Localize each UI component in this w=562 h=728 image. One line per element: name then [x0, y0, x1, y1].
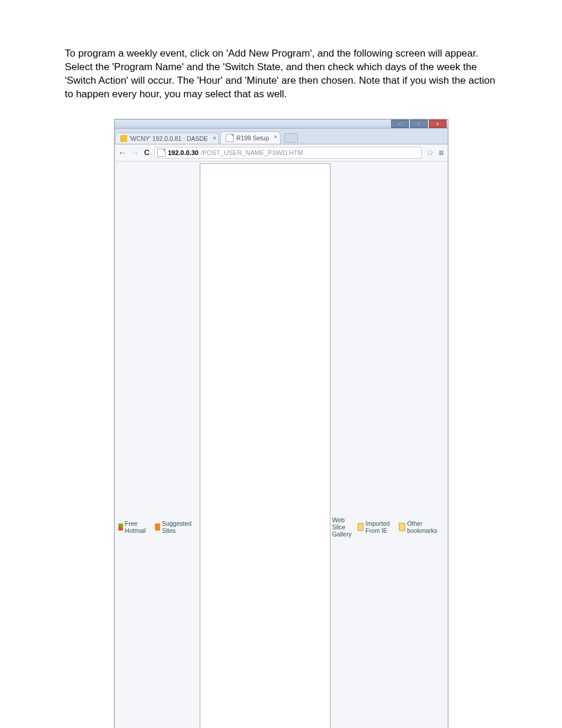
address-host: 192.0.0.30	[168, 149, 199, 156]
tab-2[interactable]: R199 Setup ×	[220, 131, 280, 144]
address-favicon-icon	[157, 149, 166, 157]
other-bookmarks[interactable]: Other bookmarks	[399, 520, 444, 534]
address-bar[interactable]: 192.0.0.30/POST_USER_NAME_PSWD.HTM	[154, 147, 422, 159]
reload-button[interactable]: C	[144, 148, 150, 157]
chrome-menu-icon[interactable]: ≡	[439, 147, 444, 157]
window-titlebar: – ▫ x	[115, 120, 448, 129]
window-close-button[interactable]: x	[429, 120, 447, 128]
tab-favicon-blank-icon	[226, 134, 234, 142]
intro-paragraph: To program a weekly event, click on 'Add…	[65, 47, 497, 101]
suggested-sites-icon	[155, 523, 160, 531]
browser-window: – ▫ x 'WCNY' 192.0.0.81 : DASDE × R199 S…	[114, 119, 448, 728]
tab-favicon-icon	[120, 135, 127, 142]
new-tab-button[interactable]	[284, 133, 298, 143]
bookmark-free-hotmail[interactable]: Free Hotmail	[118, 520, 150, 534]
windows-icon	[118, 523, 123, 531]
bookmark-suggested-sites[interactable]: Suggested Sites	[155, 520, 193, 534]
address-path: /POST_USER_NAME_PSWD.HTM	[201, 149, 303, 156]
tab-1[interactable]: 'WCNY' 192.0.0.81 : DASDE ×	[115, 133, 220, 144]
folder-icon	[399, 523, 405, 531]
bookmark-web-slice-gallery[interactable]: Web Slice Gallery	[200, 163, 352, 728]
page-icon	[200, 163, 330, 728]
tab-1-label: 'WCNY' 192.0.0.81 : DASDE	[130, 135, 209, 142]
bookmark-imported-from-ie[interactable]: Imported From IE	[358, 520, 399, 534]
tab-close-icon[interactable]: ×	[213, 135, 216, 141]
tab-close-icon[interactable]: ×	[274, 134, 277, 140]
address-bar-row: ← → C 192.0.0.30/POST_USER_NAME_PSWD.HTM…	[115, 144, 448, 162]
bookmarks-bar: Free Hotmail Suggested Sites Web Slice G…	[115, 162, 448, 728]
window-maximize-button[interactable]: ▫	[410, 120, 428, 128]
bookmark-star-icon[interactable]: ☆	[427, 148, 434, 157]
tab-2-label: R199 Setup	[236, 134, 269, 141]
tab-strip: 'WCNY' 192.0.0.81 : DASDE × R199 Setup ×	[115, 129, 448, 144]
forward-button[interactable]: →	[131, 148, 140, 157]
back-button[interactable]: ←	[118, 148, 127, 157]
folder-icon	[358, 523, 363, 531]
window-minimize-button[interactable]: –	[391, 120, 409, 128]
